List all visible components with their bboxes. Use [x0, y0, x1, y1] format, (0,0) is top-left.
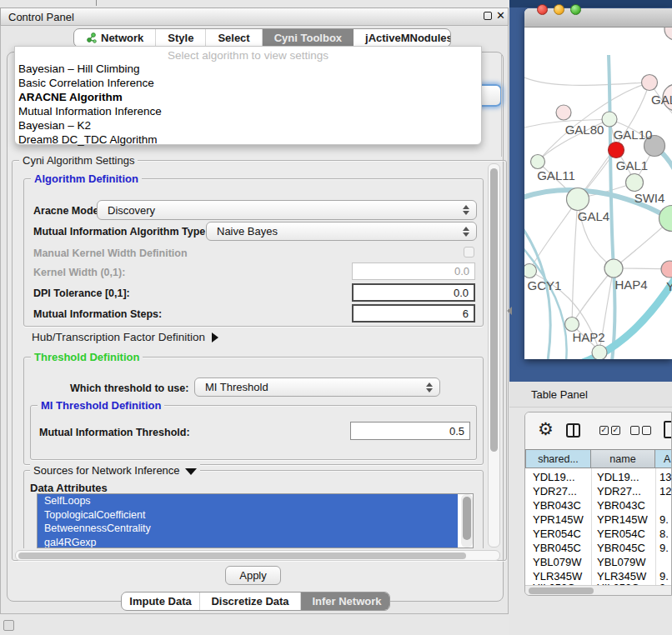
mi-type-value: Naive Bayes: [217, 225, 278, 238]
dpi-tolerance-input[interactable]: 0.0: [352, 283, 475, 302]
list-vertical-scrollbar[interactable]: [461, 494, 473, 548]
svg-text:HAP4: HAP4: [614, 278, 647, 292]
node-gcy1[interactable]: [524, 264, 537, 278]
mi-threshold-input[interactable]: 0.5: [350, 422, 470, 440]
settings-vertical-scrollbar[interactable]: [488, 163, 500, 548]
stepper-arrows-icon: [462, 227, 469, 237]
checked-checkbox-icon[interactable]: ✓: [611, 426, 620, 435]
node-hap2[interactable]: [565, 318, 579, 332]
table-cell: YBL079W: [533, 556, 582, 568]
node-big-green[interactable]: [659, 206, 672, 232]
kernel-width-input[interactable]: 0.0: [352, 262, 475, 280]
mi-threshold-label: Mutual Information Threshold:: [39, 427, 190, 438]
column-divider: [591, 468, 592, 585]
tab-select[interactable]: Select: [206, 29, 262, 47]
table-body[interactable]: YDL19... YDL19... 13 YDR27... YDR27... 1…: [525, 468, 672, 585]
algorithm-definition-title: Algorithm Definition: [31, 172, 142, 185]
table-cell: YDR27...: [533, 485, 577, 498]
tab-jactivemnodules[interactable]: jActiveMNodules: [354, 29, 451, 47]
node-gal1[interactable]: [626, 174, 644, 192]
mi-steps-label: Mutual Information Steps:: [33, 308, 162, 320]
list-item-selected[interactable]: BetweennessCentrality: [38, 522, 458, 536]
unchecked-checkbox-icon[interactable]: [630, 426, 639, 435]
node-red[interactable]: [609, 142, 624, 158]
settings-horizontal-scrollbar[interactable]: [15, 550, 500, 561]
node-gal11[interactable]: [531, 155, 545, 169]
kernel-width-label: Kernel Width (0,1):: [33, 267, 125, 278]
node-pink-gal[interactable]: [642, 75, 658, 91]
tab-network-label: Network: [101, 32, 143, 44]
close-traffic-light[interactable]: [537, 4, 548, 15]
list-item-selected[interactable]: SelfLoops: [38, 494, 458, 508]
expand-down-icon: [185, 468, 197, 475]
table-horizontal-scrollbar[interactable]: [525, 585, 672, 596]
node-partial-topright[interactable]: [664, 28, 672, 40]
tab-impute-data[interactable]: Impute Data: [122, 592, 200, 610]
dropdown-item[interactable]: Basic Correlation Inference: [18, 77, 154, 89]
aracne-mode-select[interactable]: Discovery: [97, 200, 477, 220]
columns-icon[interactable]: [566, 423, 580, 438]
which-threshold-select[interactable]: MI Threshold: [194, 378, 440, 397]
tab-network[interactable]: Network: [74, 29, 156, 47]
svg-text:GAL1: GAL1: [616, 158, 648, 172]
svg-text:GAL80: GAL80: [565, 122, 604, 137]
manual-kernel-checkbox[interactable]: [464, 247, 474, 258]
node-gal4[interactable]: [567, 188, 589, 211]
close-panel-icon[interactable]: ✕: [496, 9, 505, 22]
dropdown-item[interactable]: Mutual Information Inference: [18, 105, 162, 118]
dropdown-item[interactable]: Dream8 DC_TDC Algorithm: [18, 133, 158, 146]
splitter-handle[interactable]: [507, 307, 512, 315]
column-header-partial[interactable]: A: [655, 449, 672, 468]
table-cell: YDR27...: [597, 485, 641, 498]
stepper-arrows-icon: [425, 382, 432, 392]
table-cell: YBR043C: [597, 499, 645, 512]
algorithm-dropdown-popup: Select algorithm to view settings Bayesi…: [14, 46, 482, 145]
mi-steps-input[interactable]: 6: [352, 304, 475, 322]
dropdown-item-selected[interactable]: ARACNE Algorithm: [18, 91, 123, 103]
table-cell: 9.: [659, 542, 669, 554]
checked-checkbox-icon[interactable]: ✓: [599, 426, 609, 435]
dropdown-item[interactable]: Bayesian – Hill Climbing: [18, 62, 140, 75]
column-header-name[interactable]: name: [591, 449, 655, 468]
zoom-traffic-light[interactable]: [570, 4, 581, 15]
float-panel-icon[interactable]: [484, 12, 492, 20]
tab-cyni-toolbox[interactable]: Cyni Toolbox: [263, 29, 354, 47]
gear-icon[interactable]: ⚙: [538, 420, 554, 438]
tab-discretize-data[interactable]: Discretize Data: [200, 592, 301, 610]
hub-definition-toggle[interactable]: Hub/Transcription Factor Definition: [32, 331, 218, 343]
data-attributes-list[interactable]: SelfLoops TopologicalCoefficient Between…: [37, 493, 474, 548]
node-hap4[interactable]: [604, 259, 623, 278]
node-green-top[interactable]: [602, 112, 617, 127]
dropdown-item[interactable]: Bayesian – K2: [18, 119, 91, 132]
node-bottom[interactable]: [592, 345, 607, 359]
table-cell: 12: [659, 485, 671, 498]
unchecked-checkbox-icon[interactable]: [642, 426, 651, 435]
aracne-mode-label: Aracne Mode:: [33, 205, 103, 217]
network-canvas[interactable]: GAL80 GAL10 GAL11 GAL1 SWI4 GAL4 GCY1 HA…: [524, 28, 672, 359]
mi-threshold-title: MI Threshold Definition: [38, 399, 164, 412]
control-panel-title: Control Panel: [8, 11, 74, 23]
table-cell: 9.: [659, 513, 669, 526]
apply-button[interactable]: Apply: [225, 566, 281, 585]
tab-style[interactable]: Style: [156, 29, 206, 47]
tab-infer-network[interactable]: Infer Network: [301, 592, 390, 610]
node-pink-left[interactable]: [556, 105, 571, 120]
document-icon[interactable]: [664, 421, 672, 438]
which-threshold-value: MI Threshold: [205, 381, 268, 393]
table-cell: YER054C: [533, 528, 581, 540]
list-item-selected[interactable]: TopologicalCoefficient: [38, 508, 458, 522]
column-header-shared-name[interactable]: shared...: [525, 449, 591, 468]
node-pink-y[interactable]: [661, 261, 672, 278]
settings-group-title: Cyni Algorithm Settings: [19, 154, 138, 167]
svg-text:GAL4: GAL4: [578, 209, 609, 223]
list-item-selected[interactable]: gal4RGexp: [38, 536, 458, 549]
table-cell: YER054C: [597, 528, 645, 540]
sources-toggle[interactable]: Sources for Network Inference: [30, 464, 200, 477]
expand-right-icon: [212, 332, 218, 342]
svg-text:GAL10: GAL10: [614, 128, 653, 142]
control-panel-titlebar: [0, 8, 509, 26]
mi-type-select[interactable]: Naive Bayes: [206, 222, 477, 241]
panel-grip-icon[interactable]: [3, 620, 14, 631]
table-cell: YDL19...: [597, 471, 639, 483]
minimize-traffic-light[interactable]: [554, 4, 564, 15]
